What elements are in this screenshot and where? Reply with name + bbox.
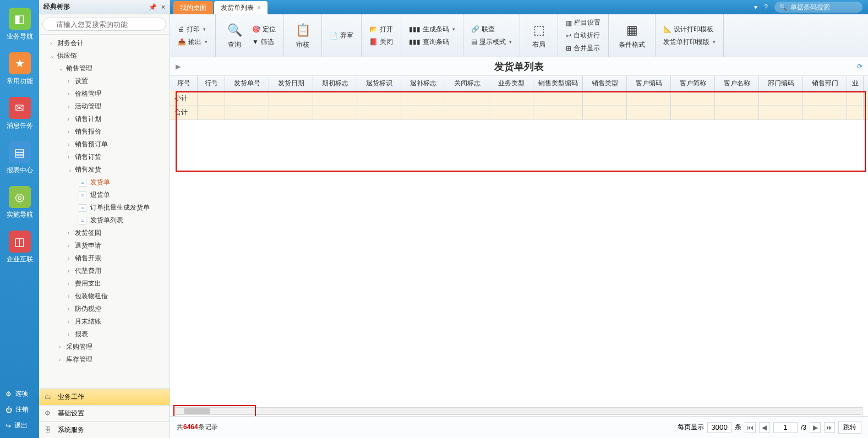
display-mode-button[interactable]: ▤显示模式▾	[469, 36, 514, 48]
cond-fmt-button[interactable]: ▦条件格式	[614, 19, 649, 52]
next-page-button[interactable]: ▶	[810, 422, 821, 433]
tree-node[interactable]: ›库存管理	[39, 353, 170, 366]
tree-node[interactable]: ›防伪税控	[39, 303, 170, 315]
ship-print-button[interactable]: 发货单打印模版▾	[661, 36, 718, 48]
tree-node[interactable]: ›设置	[39, 75, 170, 87]
layout-button[interactable]: ⬚布局	[526, 19, 552, 52]
tree-node[interactable]: ›销售计划	[39, 113, 170, 125]
column-header[interactable]: 发货单号	[225, 76, 269, 91]
rail-item-msg[interactable]: ✉消息任务	[0, 89, 39, 134]
column-header[interactable]: 业务类型	[489, 76, 533, 91]
grid-cell: 合计	[170, 106, 198, 119]
locate-button[interactable]: 🎯定位	[250, 24, 278, 35]
tree-search-input[interactable]	[42, 18, 166, 31]
column-header[interactable]: 客户编码	[627, 76, 671, 91]
pager: 每页显示 条 ⏮ ◀ /3 ▶ ⏭ 跳转	[678, 421, 861, 434]
tree-node[interactable]: ⌄销售发货	[39, 163, 170, 176]
tree-node[interactable]: ⌄供应链	[39, 50, 170, 62]
page-title-bar: ▶ 发货单列表 ⟳	[170, 57, 868, 76]
help-icon[interactable]: ?	[764, 3, 768, 11]
merge-button[interactable]: ⊞合并显示	[564, 42, 603, 54]
nav-tree[interactable]: ›财务会计⌄供应链⌄销售管理›设置›价格管理›活动管理›销售计划›销售报价›销售…	[39, 35, 170, 389]
column-header[interactable]: 关闭标志	[445, 76, 489, 91]
tab-home[interactable]: 我的桌面	[173, 1, 213, 14]
close-button[interactable]: 📕关闭	[367, 36, 395, 48]
tree-node[interactable]: ›价格管理	[39, 87, 170, 100]
rail-item-fav[interactable]: ★常用功能	[0, 45, 39, 89]
rail-logout[interactable]: ⏻注销	[0, 402, 39, 418]
tree-node[interactable]: ›销售报价	[39, 125, 170, 138]
tree-node[interactable]: ›活动管理	[39, 100, 170, 113]
column-header[interactable]: 客户简称	[671, 76, 715, 91]
prev-page-button[interactable]: ◀	[759, 422, 770, 433]
col-setting-button[interactable]: ▥栏目设置	[564, 17, 603, 29]
tree-node[interactable]: ›退货申请	[39, 239, 170, 252]
tree-node[interactable]: ›发货签回	[39, 227, 170, 239]
grid-cell	[445, 106, 489, 119]
column-header[interactable]: 销售类型编码	[533, 76, 583, 91]
tree-node[interactable]: ›报表	[39, 328, 170, 341]
close-icon[interactable]: ×	[257, 4, 261, 12]
gen-barcode-button[interactable]: ▮▮▮生成条码▾	[407, 24, 457, 35]
top-search[interactable]: 🔍单据条码搜索	[774, 2, 862, 13]
column-header[interactable]: 业	[847, 76, 864, 91]
tree-tab-sys[interactable]: 🗄系统服务	[39, 421, 170, 438]
tree-node[interactable]: ›销售订货	[39, 151, 170, 163]
column-header[interactable]: 序号	[170, 76, 198, 91]
open-button[interactable]: 📂打开	[367, 24, 395, 35]
tab-shipment-list[interactable]: 发货单列表×	[214, 1, 268, 14]
link-button[interactable]: 🔗联查	[469, 24, 514, 35]
rail-options[interactable]: ⚙选项	[0, 386, 39, 402]
column-header[interactable]: 发货日期	[269, 76, 313, 91]
tree-node[interactable]: ⌄销售管理	[39, 62, 170, 75]
tree-node[interactable]: ›月末结账	[39, 315, 170, 328]
tree-node[interactable]: ≡发货单	[39, 176, 170, 189]
column-header[interactable]: 退货标识	[357, 76, 401, 91]
column-header[interactable]: 期初标志	[313, 76, 357, 91]
scroll-thumb[interactable]	[184, 408, 210, 414]
tree-tab-biz[interactable]: 🗂业务工作	[39, 388, 170, 405]
rail-item-impl[interactable]: ◎实施导航	[0, 178, 39, 223]
print-button[interactable]: 🖨打印▾	[176, 24, 210, 35]
rail-item-nav[interactable]: ◧业务导航	[0, 0, 39, 45]
tree-node[interactable]: ›包装物租借	[39, 290, 170, 303]
tree-node[interactable]: ›销售开票	[39, 252, 170, 265]
tree-node[interactable]: ›财务会计	[39, 37, 170, 50]
refresh-icon[interactable]: ⟳	[857, 63, 862, 70]
column-header[interactable]: 退补标志	[401, 76, 445, 91]
audit-button[interactable]: 📋审核	[290, 19, 316, 52]
query-barcode-button[interactable]: ▮▮▮查询条码	[407, 36, 457, 48]
auto-wrap-button[interactable]: ↩自动折行	[564, 30, 603, 41]
tree-node[interactable]: ≡订单批量生成发货单	[39, 201, 170, 214]
tree-node[interactable]: ›代垫费用	[39, 265, 170, 277]
tree-node[interactable]: ≡发货单列表	[39, 214, 170, 227]
close-icon[interactable]: ×	[161, 3, 165, 11]
tree-tab-base[interactable]: ⚙基础设置	[39, 405, 170, 421]
h-scrollbar[interactable]	[176, 407, 862, 415]
rail-item-ent[interactable]: ◫企业互联	[0, 223, 39, 267]
column-header[interactable]: 部门编码	[759, 76, 803, 91]
dropdown-icon[interactable]: ▾	[754, 3, 757, 11]
tree-node[interactable]: ›费用支出	[39, 277, 170, 290]
tree-node[interactable]: ≡退货单	[39, 189, 170, 201]
pin-icon[interactable]: 📌	[149, 3, 157, 11]
design-print-button[interactable]: 📐设计打印模板	[661, 24, 718, 35]
column-header[interactable]: 销售部门	[803, 76, 847, 91]
first-page-button[interactable]: ⏮	[745, 422, 756, 433]
export-button[interactable]: 📤输出▾	[176, 36, 210, 48]
column-header[interactable]: 行号	[198, 76, 225, 91]
page-input[interactable]	[773, 422, 798, 433]
query-button[interactable]: 🔍查询	[221, 19, 248, 52]
jump-button[interactable]: 跳转	[838, 421, 861, 434]
tree-node[interactable]: ›采购管理	[39, 341, 170, 353]
rail-exit[interactable]: ↪退出	[0, 418, 39, 434]
per-page-input[interactable]	[707, 422, 731, 433]
abandon-button[interactable]: 📄弃审	[327, 30, 356, 41]
last-page-button[interactable]: ⏭	[824, 422, 835, 433]
rail-item-report[interactable]: ▤报表中心	[0, 134, 39, 178]
chevron-right-icon[interactable]: ▶	[176, 63, 181, 70]
column-header[interactable]: 客户名称	[715, 76, 759, 91]
tree-node[interactable]: ›销售预订单	[39, 138, 170, 151]
filter-button[interactable]: ▼筛选	[250, 36, 278, 48]
column-header[interactable]: 销售类型	[583, 76, 627, 91]
